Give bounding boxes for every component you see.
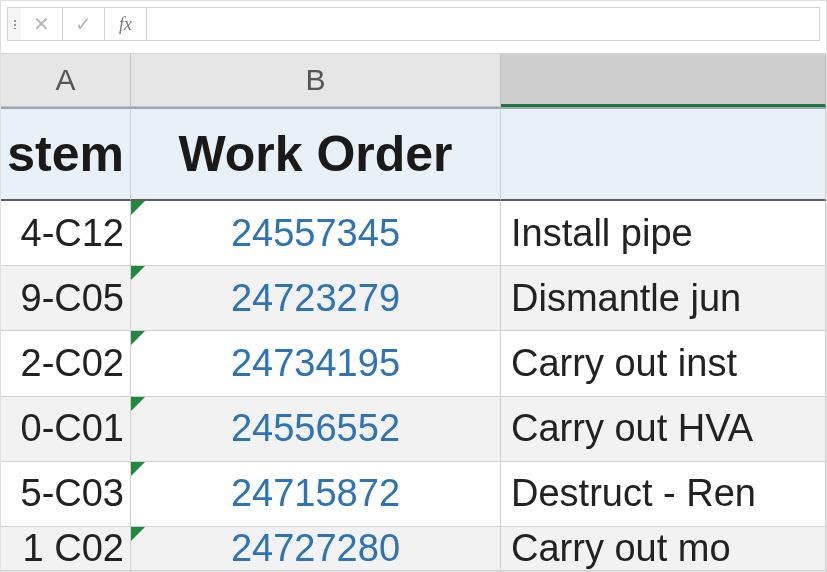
- cell-desc[interactable]: Carry out mo: [501, 527, 826, 571]
- cell-work-order[interactable]: 24557345: [131, 201, 501, 266]
- table-row: 9-C05 24723279 Dismantle jun: [1, 266, 826, 331]
- cell-desc[interactable]: Install pipe: [501, 201, 826, 266]
- table-header-row: stem Work Order: [1, 107, 826, 201]
- cell-work-order[interactable]: 24723279: [131, 266, 501, 331]
- cell-desc[interactable]: Destruct - Ren: [501, 462, 826, 527]
- error-indicator-icon[interactable]: [131, 266, 145, 280]
- cancel-icon: ✕: [33, 12, 50, 36]
- check-icon: ✓: [75, 12, 92, 36]
- error-indicator-icon[interactable]: [131, 527, 145, 541]
- column-header-B[interactable]: B: [131, 53, 501, 107]
- grid[interactable]: stem Work Order 4-C12 24557345 Install p…: [1, 107, 826, 571]
- cell-desc[interactable]: Carry out HVA: [501, 397, 826, 462]
- error-indicator-icon[interactable]: [131, 201, 145, 215]
- table-row: 1 C02 24727280 Carry out mo: [1, 527, 826, 571]
- column-header-A[interactable]: A: [1, 53, 131, 107]
- formula-bar: ✕ ✓ fx: [7, 7, 820, 41]
- error-indicator-icon[interactable]: [131, 397, 145, 411]
- table-row: 5-C03 24715872 Destruct - Ren: [1, 462, 826, 527]
- cell-work-order[interactable]: 24727280: [131, 527, 501, 571]
- formula-bar-handle[interactable]: [7, 7, 21, 41]
- column-header-C[interactable]: [501, 53, 826, 107]
- table-row: 0-C01 24556552 Carry out HVA: [1, 397, 826, 462]
- error-indicator-icon[interactable]: [131, 462, 145, 476]
- fx-label: fx: [119, 14, 132, 35]
- cell-system[interactable]: 1 C02: [1, 527, 131, 571]
- error-indicator-icon[interactable]: [131, 331, 145, 345]
- insert-function-button[interactable]: fx: [105, 7, 147, 41]
- cell-work-order[interactable]: 24556552: [131, 397, 501, 462]
- header-cell-desc[interactable]: [501, 109, 826, 201]
- cell-system[interactable]: 5-C03: [1, 462, 131, 527]
- cell-desc[interactable]: Carry out inst: [501, 331, 826, 396]
- spreadsheet-window: ✕ ✓ fx A B stem Work Order 4-C12 2455734…: [0, 0, 827, 572]
- cancel-button[interactable]: ✕: [21, 7, 63, 41]
- cell-system[interactable]: 4-C12: [1, 201, 131, 266]
- cell-system[interactable]: 2-C02: [1, 331, 131, 396]
- header-cell-work-order[interactable]: Work Order: [131, 109, 501, 201]
- header-cell-system[interactable]: stem: [1, 109, 131, 201]
- table-row: 4-C12 24557345 Install pipe: [1, 201, 826, 266]
- column-header-row: A B: [1, 53, 826, 107]
- table-row: 2-C02 24734195 Carry out inst: [1, 331, 826, 396]
- cell-work-order[interactable]: 24734195: [131, 331, 501, 396]
- cell-system[interactable]: 9-C05: [1, 266, 131, 331]
- cell-work-order[interactable]: 24715872: [131, 462, 501, 527]
- cell-desc[interactable]: Dismantle jun: [501, 266, 826, 331]
- enter-button[interactable]: ✓: [63, 7, 105, 41]
- cell-system[interactable]: 0-C01: [1, 397, 131, 462]
- formula-input[interactable]: [147, 7, 820, 41]
